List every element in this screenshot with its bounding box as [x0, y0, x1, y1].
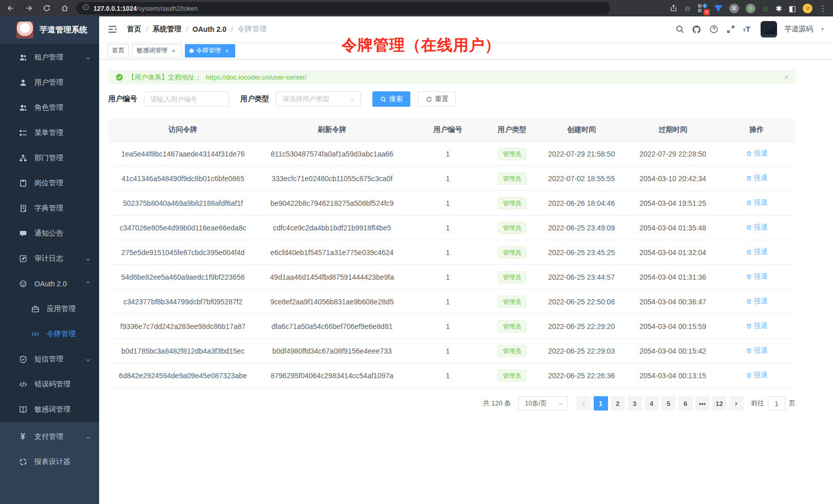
user-type-cell: 管理员: [489, 320, 535, 333]
sidebar-item-sensitive-word[interactable]: 敏感词管理: [0, 397, 99, 422]
sidebar-item-tenant[interactable]: 租户管理: [0, 45, 99, 70]
alert-doc-link[interactable]: https://doc.iocoder.cn/user-center/: [206, 73, 307, 81]
sidebar-item-oauth2-token[interactable]: 令牌管理: [0, 321, 99, 346]
column-header: 用户编号: [407, 119, 489, 141]
sidebar-item-sms[interactable]: 短信管理: [0, 346, 99, 372]
sidebar-item-label: 用户管理: [34, 78, 63, 87]
command-extension-icon[interactable]: ⌘: [729, 4, 739, 13]
user-id-input[interactable]: [144, 91, 229, 107]
tab-敏感词管理[interactable]: 敏感词管理×: [132, 44, 182, 57]
force-logout-button[interactable]: 强退: [746, 173, 768, 183]
force-logout-button[interactable]: 强退: [746, 247, 768, 257]
force-logout-button[interactable]: 强退: [746, 272, 768, 281]
username[interactable]: 芋道源码: [784, 25, 813, 34]
sidebar-item-dept[interactable]: 部门管理: [0, 145, 99, 170]
sidebar-item-oauth2-app[interactable]: 应用管理: [0, 296, 99, 321]
tab-首页[interactable]: 首页: [107, 44, 129, 57]
page-button-4[interactable]: 4: [645, 396, 659, 411]
pinwheel-extension-icon[interactable]: ✱: [775, 5, 782, 12]
user-type-badge: 管理员: [498, 246, 526, 259]
site-info-icon[interactable]: [82, 4, 89, 13]
extension-grid-icon[interactable]: 9: [698, 4, 708, 13]
sidebar-item-user[interactable]: 用户管理: [0, 70, 99, 95]
prev-page-button[interactable]: [577, 396, 591, 411]
force-logout-button[interactable]: 强退: [746, 149, 768, 158]
column-header: 用户类型: [489, 119, 535, 141]
bookmark-star-icon[interactable]: ☆: [684, 5, 691, 12]
table-header: 访问令牌刷新令牌用户编号用户类型创建时间过期时间操作: [108, 119, 796, 142]
page-button-1[interactable]: 1: [594, 396, 608, 411]
user-menu-caret-icon[interactable]: ▼: [820, 27, 825, 32]
green-star-extension-icon[interactable]: ☆: [762, 5, 769, 12]
force-logout-button[interactable]: 强退: [746, 223, 768, 232]
close-icon[interactable]: ×: [170, 48, 177, 54]
profile-avatar-icon[interactable]: [803, 4, 812, 13]
reset-button[interactable]: 重置: [418, 91, 456, 107]
expire-time-cell: 2022-07-29 22:28:50: [628, 150, 718, 158]
sidebar-item-dict[interactable]: 字典管理: [0, 196, 99, 221]
split-square-extension-icon[interactable]: ◧: [789, 5, 796, 12]
dict-icon: [18, 204, 27, 212]
share-icon[interactable]: [670, 4, 677, 13]
forward-icon[interactable]: [24, 4, 33, 13]
gem-extension-icon[interactable]: [714, 5, 723, 12]
sidebar-item-notice[interactable]: 通知公告: [0, 221, 99, 246]
user-id-cell: 1: [407, 347, 489, 355]
close-icon[interactable]: ×: [223, 48, 231, 54]
yen-icon: ¥: [18, 432, 27, 441]
code-icon: [18, 380, 27, 389]
recorder-extension-icon[interactable]: [746, 4, 755, 13]
sidebar-menu-bottom: ¥支付管理报表设计器: [0, 422, 99, 504]
sidebar-item-post[interactable]: 岗位管理: [0, 170, 99, 196]
user-avatar[interactable]: [761, 21, 777, 37]
breadcrumb-item[interactable]: 首页: [127, 25, 141, 34]
created-time-cell: 2022-06-26 18:04:46: [535, 199, 628, 207]
sidebar-item-report-designer[interactable]: 报表设计器: [0, 449, 99, 474]
browser-menu-icon[interactable]: ⋮: [819, 5, 827, 12]
breadcrumb-item[interactable]: OAuth 2.0: [193, 25, 226, 33]
next-page-button[interactable]: [729, 396, 744, 411]
page-button-2[interactable]: 2: [611, 396, 625, 411]
page-button-more[interactable]: •••: [695, 396, 710, 411]
sidebar-item-audit-log[interactable]: 审计日志: [0, 246, 99, 271]
force-logout-button[interactable]: 强退: [746, 198, 768, 207]
url-bar[interactable]: 127.0.0.1:1024/system/oauth2/token: [76, 2, 610, 14]
fullscreen-icon[interactable]: [726, 25, 735, 34]
sidebar-item-label: 字典管理: [34, 204, 63, 213]
force-logout-button[interactable]: 强退: [746, 297, 768, 306]
reload-icon[interactable]: [42, 4, 51, 13]
back-icon[interactable]: [6, 4, 15, 13]
search-icon[interactable]: [675, 25, 685, 34]
goto-page-input[interactable]: [768, 396, 785, 411]
sidebar-item-label: 应用管理: [47, 304, 75, 314]
sidebar-item-error-code[interactable]: 错误码管理: [0, 372, 99, 397]
success-check-icon: [116, 73, 123, 81]
tab-令牌管理[interactable]: 令牌管理×: [185, 44, 235, 57]
users-icon: [18, 103, 27, 112]
home-icon[interactable]: [60, 4, 69, 13]
page-size-select[interactable]: 10条/页: [518, 396, 568, 411]
sidebar-item-pay[interactable]: ¥支付管理: [0, 424, 99, 449]
breadcrumb-item[interactable]: 系统管理: [153, 25, 181, 34]
font-size-icon[interactable]: TT: [743, 25, 750, 34]
sidebar-item-label: 错误码管理: [34, 380, 70, 389]
force-logout-button[interactable]: 强退: [746, 321, 768, 331]
page-button-12[interactable]: 12: [712, 396, 727, 411]
page-button-6[interactable]: 6: [678, 396, 693, 411]
search-button[interactable]: 搜索: [372, 91, 410, 107]
user-type-select[interactable]: 请选择用户类型: [276, 91, 361, 107]
github-icon[interactable]: [692, 25, 702, 34]
column-header: 访问令牌: [108, 119, 257, 141]
force-logout-button[interactable]: 强退: [746, 346, 768, 355]
page-button-3[interactable]: 3: [628, 396, 642, 411]
help-icon[interactable]: [709, 25, 718, 34]
collapse-sidebar-icon[interactable]: [107, 24, 118, 34]
sidebar-item-role[interactable]: 角色管理: [0, 95, 99, 120]
trash-icon: [746, 347, 752, 354]
page-button-5[interactable]: 5: [661, 396, 676, 411]
sidebar-item-oauth2[interactable]: OAuth 2.0: [0, 271, 99, 296]
column-header: 创建时间: [535, 119, 628, 141]
sidebar-item-menu[interactable]: 菜单管理: [0, 120, 99, 145]
alert-close-icon[interactable]: ✕: [784, 73, 789, 81]
force-logout-button[interactable]: 强退: [746, 371, 768, 380]
